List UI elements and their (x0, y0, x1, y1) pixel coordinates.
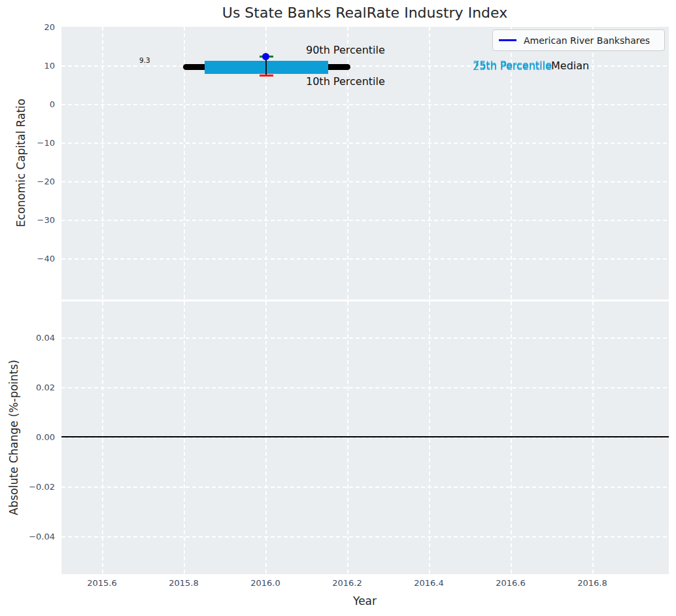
xtick-label: 2016.0 (250, 578, 280, 588)
y-axis-label-bottom: Absolute Change (%-points) (7, 360, 20, 515)
xtick-label: 2016.6 (496, 578, 526, 588)
gridline-h (61, 181, 669, 182)
gridline-h (61, 337, 669, 339)
xtick-label: 2016.8 (577, 578, 607, 588)
xtick-label: 2016.4 (414, 578, 444, 588)
xtick-label: 2016.2 (332, 578, 362, 588)
ytick-label: −10 (0, 138, 55, 148)
xtick-label: 2015.8 (169, 578, 199, 588)
annotation-90th-percentile: 90th Percentile (306, 44, 385, 56)
zero-line (61, 436, 669, 437)
company-point (262, 53, 269, 60)
gridline-h (61, 258, 669, 260)
legend: American River Bankshares (492, 29, 665, 51)
annotation-median: Median (551, 60, 589, 72)
chart-title: Us State Banks RealRate Industry Index (222, 4, 507, 22)
ytick-label: −0.04 (0, 532, 55, 541)
gridline-h (61, 220, 669, 221)
x-axis-label: Year (353, 594, 377, 607)
ytick-label: −20 (0, 177, 55, 186)
ytick-label: 20 (0, 22, 55, 32)
y-axis-label-top: Economic Capital Ratio (14, 99, 27, 227)
ytick-label: −30 (0, 215, 55, 225)
ytick-label: 0 (0, 99, 55, 109)
xtick-label: 2015.6 (87, 578, 117, 588)
annotation-10th-percentile: 10th Percentile (306, 75, 385, 88)
gridline-h (61, 104, 669, 105)
gridline-h (61, 387, 669, 388)
bottom-axes-plot-area (61, 301, 669, 574)
errorbar-cap-10th (260, 75, 273, 77)
annotation-25th-percentile: 25th Percentile (473, 60, 552, 73)
figure: Us State Banks RealRate Industry Index 9… (0, 0, 676, 616)
legend-line-sample (499, 39, 516, 41)
ytick-label: −40 (0, 254, 55, 264)
annotation-median-value: 9.3 (139, 56, 150, 65)
gridline-h (61, 487, 669, 488)
legend-label: American River Bankshares (524, 35, 650, 46)
ytick-label: 0.04 (0, 333, 55, 343)
gridline-h (61, 536, 669, 538)
gridline-h (61, 143, 669, 144)
top-axes-plot-area: 90th Percentile 10th Percentile 75th Per… (61, 27, 669, 299)
ytick-label: 10 (0, 61, 55, 71)
